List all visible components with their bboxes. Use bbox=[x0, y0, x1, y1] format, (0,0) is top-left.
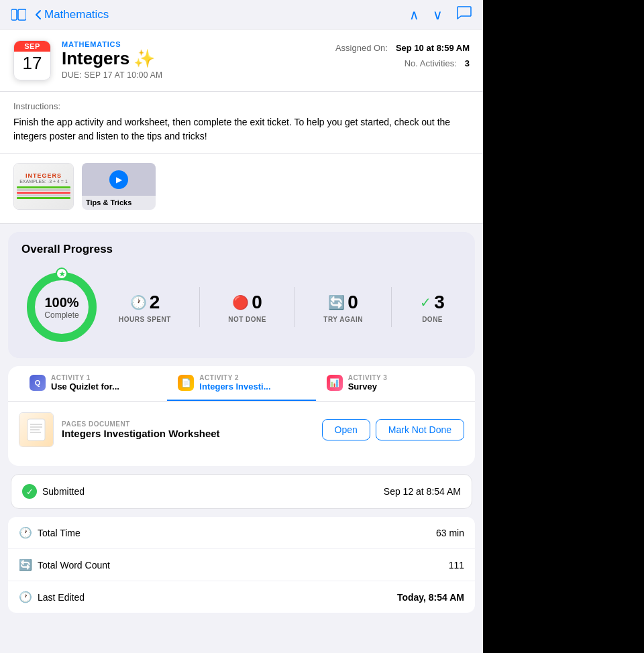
due-date: DUE: SEP 17 AT 10:00 AM bbox=[62, 70, 162, 80]
activity-tab-1[interactable]: Q ACTIVITY 1 Use Quizlet for... bbox=[19, 366, 167, 401]
title-emoji: ✨ bbox=[133, 48, 155, 69]
survey-icon: 📊 bbox=[327, 375, 343, 391]
activity-1-name: Use Quizlet for... bbox=[51, 381, 156, 392]
quizlet-icon: Q bbox=[30, 375, 46, 391]
top-nav: Mathematics ∧ ∨ bbox=[0, 0, 483, 29]
progress-title: Overall Progress bbox=[21, 243, 462, 256]
down-arrow-icon[interactable]: ∨ bbox=[433, 7, 443, 23]
no-activities-row: No. Activities: 3 bbox=[405, 58, 470, 68]
svg-text:★: ★ bbox=[59, 270, 66, 278]
doc-type-label: PAGES DOCUMENT bbox=[62, 420, 314, 428]
done-icon: ✓ bbox=[420, 294, 431, 310]
subject-label: MATHEMATICS bbox=[62, 40, 162, 48]
no-activities-label: No. Activities: bbox=[405, 58, 457, 68]
assigned-on-row: Assigned On: Sep 10 at 8:59 AM bbox=[335, 43, 470, 53]
header-right: Assigned On: Sep 10 at 8:59 AM No. Activ… bbox=[335, 40, 470, 68]
doc-info: PAGES DOCUMENT Integers Investigation Wo… bbox=[62, 420, 314, 439]
submitted-status: Submitted bbox=[42, 486, 85, 497]
total-time-row: 🕐 Total Time 63 min bbox=[8, 517, 475, 549]
total-time-icon: 🕐 bbox=[19, 526, 32, 539]
doc-name: Integers Investigation Worksheet bbox=[62, 428, 314, 439]
try-again-icon: 🔄 bbox=[328, 294, 345, 310]
no-activities-value: 3 bbox=[465, 58, 470, 68]
clock-icon: 🕐 bbox=[130, 294, 147, 310]
try-again-label: TRY AGAIN bbox=[323, 316, 363, 323]
assignment-info: MATHEMATICS Integers ✨ DUE: SEP 17 AT 10… bbox=[62, 40, 162, 80]
progress-complete-label: Complete bbox=[44, 310, 78, 320]
stat-divider-1 bbox=[199, 287, 200, 327]
nav-right: ∧ ∨ bbox=[409, 5, 472, 23]
word-count-icon: 🔄 bbox=[19, 558, 32, 571]
try-again-stat: 🔄 0 TRY AGAIN bbox=[318, 292, 368, 323]
submitted-row: ✓ Submitted Sep 12 at 8:54 AM bbox=[11, 474, 472, 509]
calendar-day: 17 bbox=[14, 52, 50, 74]
last-edited-icon: 🕐 bbox=[19, 591, 32, 603]
total-time-label: Total Time bbox=[38, 528, 80, 538]
comment-icon[interactable] bbox=[456, 5, 472, 23]
last-edited-row: 🕐 Last Edited Today, 8:54 AM bbox=[8, 581, 475, 613]
mark-not-done-button[interactable]: Mark Not Done bbox=[376, 419, 464, 440]
activity-2-name: Integers Investi... bbox=[199, 381, 305, 392]
total-time-value: 63 min bbox=[436, 528, 464, 538]
poster-title: INTEGERS bbox=[25, 173, 62, 180]
doc-actions: Open Mark Not Done bbox=[322, 419, 464, 440]
header-left: SEP 17 MATHEMATICS Integers ✨ DUE: SEP 1… bbox=[13, 40, 162, 80]
activity-tab-3[interactable]: 📊 ACTIVITY 3 Survey bbox=[316, 366, 464, 401]
assigned-on-label: Assigned On: bbox=[335, 43, 388, 53]
assignment-title: Integers ✨ bbox=[62, 48, 162, 69]
progress-stats: 🕐 2 HOURS SPENT 🔴 0 NOT DONE 🔄 bbox=[102, 287, 462, 327]
sidebar-toggle-button[interactable] bbox=[11, 7, 27, 23]
nav-left: Mathematics bbox=[11, 7, 109, 23]
not-done-icon: 🔴 bbox=[232, 294, 249, 310]
not-done-stat: 🔴 0 NOT DONE bbox=[223, 292, 272, 323]
word-count-label: Total Word Count bbox=[38, 560, 110, 571]
done-label: DONE bbox=[422, 316, 443, 323]
play-icon: ▶ bbox=[109, 170, 128, 189]
document-detail: PAGES DOCUMENT Integers Investigation Wo… bbox=[8, 402, 475, 466]
back-label: Mathematics bbox=[44, 8, 109, 21]
activity-2-number: ACTIVITY 2 bbox=[199, 374, 305, 381]
back-button[interactable]: Mathematics bbox=[35, 8, 109, 21]
instructions-section: Instructions: Finish the app activity an… bbox=[0, 92, 483, 154]
progress-content: ★ 100% Complete 🕐 2 HOURS SPENT bbox=[21, 267, 462, 347]
done-value: 3 bbox=[434, 292, 445, 313]
done-stat: ✓ 3 DONE bbox=[415, 292, 450, 323]
calendar-month: SEP bbox=[14, 41, 50, 52]
submitted-check-icon: ✓ bbox=[22, 484, 37, 499]
poster-subtitle: EXAMPLES: -3 + 4 = 1 bbox=[19, 179, 68, 184]
svg-rect-0 bbox=[11, 9, 17, 20]
doc-thumbnail bbox=[19, 412, 54, 447]
not-done-value: 0 bbox=[252, 292, 262, 313]
stat-divider-2 bbox=[294, 287, 295, 327]
video-label: Tips & Tricks bbox=[82, 196, 156, 209]
stat-divider-3 bbox=[391, 287, 392, 327]
try-again-value: 0 bbox=[347, 292, 358, 313]
progress-percent: 100% bbox=[44, 295, 78, 310]
activity-tabs: Q ACTIVITY 1 Use Quizlet for... 📄 ACTIVI… bbox=[8, 366, 475, 402]
attachments-section: INTEGERS EXAMPLES: -3 + 4 = 1 ▶ Tips & T… bbox=[0, 154, 483, 224]
activity-3-number: ACTIVITY 3 bbox=[348, 374, 453, 381]
hours-label: HOURS SPENT bbox=[119, 316, 171, 323]
word-count-value: 111 bbox=[449, 560, 464, 571]
video-duration: 1:20 bbox=[82, 209, 156, 210]
svg-rect-1 bbox=[18, 9, 26, 20]
activity-1-number: ACTIVITY 1 bbox=[51, 374, 156, 381]
activities-section: Q ACTIVITY 1 Use Quizlet for... 📄 ACTIVI… bbox=[8, 366, 475, 466]
pages-icon: 📄 bbox=[178, 375, 194, 391]
up-arrow-icon[interactable]: ∧ bbox=[409, 7, 419, 23]
not-done-label: NOT DONE bbox=[228, 316, 266, 323]
integers-poster-attachment[interactable]: INTEGERS EXAMPLES: -3 + 4 = 1 bbox=[13, 163, 74, 210]
last-edited-value: Today, 8:54 AM bbox=[397, 592, 464, 603]
assignment-header: SEP 17 MATHEMATICS Integers ✨ DUE: SEP 1… bbox=[0, 29, 483, 92]
calendar-icon: SEP 17 bbox=[13, 40, 51, 80]
hours-spent-stat: 🕐 2 HOURS SPENT bbox=[113, 292, 176, 323]
instructions-text: Finish the app activity and worksheet, t… bbox=[13, 115, 470, 143]
doc-stats-rows: 🕐 Total Time 63 min 🔄 Total Word Count 1… bbox=[8, 517, 475, 613]
word-count-row: 🔄 Total Word Count 111 bbox=[8, 549, 475, 581]
tips-tricks-video-attachment[interactable]: ▶ Tips & Tricks 1:20 bbox=[82, 163, 156, 210]
open-button[interactable]: Open bbox=[322, 419, 370, 440]
instructions-label: Instructions: bbox=[13, 101, 470, 111]
overall-progress-section: Overall Progress ★ 100% Complete 🕐 bbox=[8, 232, 475, 358]
hours-value: 2 bbox=[150, 292, 160, 313]
activity-tab-2[interactable]: 📄 ACTIVITY 2 Integers Investi... bbox=[167, 366, 315, 401]
